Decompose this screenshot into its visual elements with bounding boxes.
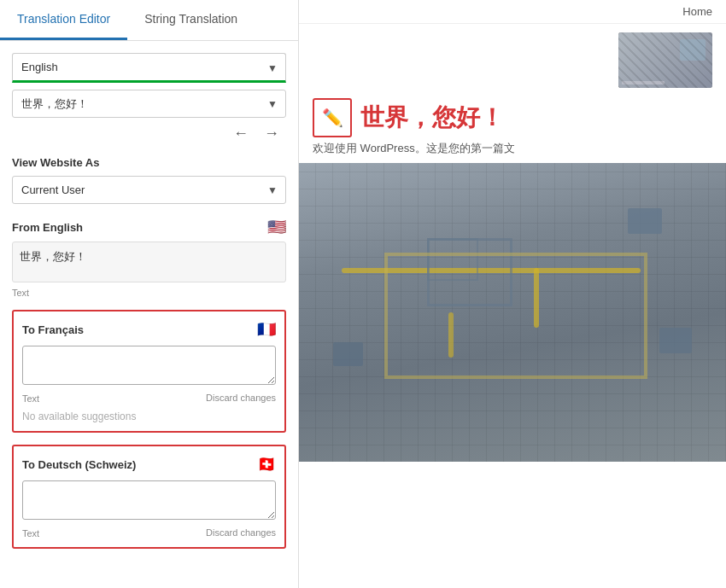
panel-content: English French German Spanish ▼ 世界，您好！ ▼… — [0, 41, 298, 588]
language-select-wrapper: English French German Spanish ▼ — [12, 53, 286, 83]
view-website-as-section: View Website As Current User Guest Admin… — [12, 156, 286, 204]
to-deutsch-footer: Text Discard changes — [22, 526, 276, 539]
back-arrow-button[interactable]: ← — [230, 123, 252, 144]
preview-subtitle: 欢迎使用 WordPress。这是您的第一篇文 — [299, 141, 726, 163]
to-francais-footer: Text Discard changes — [22, 391, 276, 404]
from-field-type-label: Text — [12, 288, 286, 298]
preview-main-image — [299, 163, 726, 462]
tab-string-translation[interactable]: String Translation — [127, 0, 255, 40]
pencil-icon: ✏️ — [322, 108, 343, 128]
to-francais-discard-button[interactable]: Discard changes — [206, 393, 276, 403]
to-francais-textarea[interactable] — [22, 346, 276, 385]
current-user-select[interactable]: Current User Guest Admin — [12, 176, 286, 204]
forward-arrow-button[interactable]: → — [261, 123, 283, 144]
hero-row: ✏️ 世界，您好！ — [299, 93, 726, 141]
to-deutsch-section: To Deutsch (Schweiz) 🇨🇭 Text Discard cha… — [12, 445, 286, 549]
to-francais-field-type-label: Text — [22, 393, 39, 404]
to-francais-header: To Français 🇫🇷 — [22, 320, 276, 339]
from-header: From English 🇺🇸 — [12, 218, 286, 236]
string-select[interactable]: 世界，您好！ — [12, 90, 286, 118]
tabs: Translation Editor String Translation — [0, 0, 298, 41]
current-user-select-wrapper: Current User Guest Admin ▼ — [12, 176, 286, 204]
from-section: From English 🇺🇸 世界，您好！ Text — [12, 218, 286, 298]
string-select-wrapper: 世界，您好！ ▼ — [12, 90, 286, 118]
to-francais-label: To Français — [22, 323, 84, 336]
source-text-area: 世界，您好！ — [12, 242, 286, 282]
edit-icon-box[interactable]: ✏️ — [313, 98, 352, 137]
ch-flag-icon: 🇨🇭 — [257, 455, 276, 474]
arrows-row: ← → — [12, 123, 286, 144]
to-deutsch-textarea[interactable] — [22, 480, 276, 520]
us-flag-icon: 🇺🇸 — [267, 218, 286, 236]
language-select[interactable]: English French German Spanish — [12, 53, 286, 83]
to-deutsch-label: To Deutsch (Schweiz) — [22, 458, 136, 471]
right-panel: Home ✏️ 世界，您好！ 欢迎使用 WordPress。这是您的第一篇文 — [299, 0, 726, 588]
to-francais-section: To Français 🇫🇷 Text Discard changes No a… — [12, 310, 286, 433]
preview-header — [299, 24, 726, 93]
to-deutsch-field-type-label: Text — [22, 528, 39, 539]
from-label: From English — [12, 221, 83, 234]
right-topbar: Home — [299, 0, 726, 24]
preview-area: ✏️ 世界，您好！ 欢迎使用 WordPress。这是您的第一篇文 — [299, 24, 726, 588]
tab-translation-editor[interactable]: Translation Editor — [0, 0, 127, 40]
to-deutsch-discard-button[interactable]: Discard changes — [206, 527, 276, 538]
suggestions-label: No available suggestions — [22, 410, 276, 422]
left-panel: Translation Editor String Translation En… — [0, 0, 299, 588]
to-deutsch-header: To Deutsch (Schweiz) 🇨🇭 — [22, 455, 276, 474]
home-link[interactable]: Home — [682, 5, 712, 18]
preview-thumbnail-image — [618, 32, 712, 88]
fr-flag-icon: 🇫🇷 — [257, 320, 276, 339]
view-website-as-label: View Website As — [12, 156, 286, 169]
hero-title: 世界，您好！ — [360, 102, 504, 134]
